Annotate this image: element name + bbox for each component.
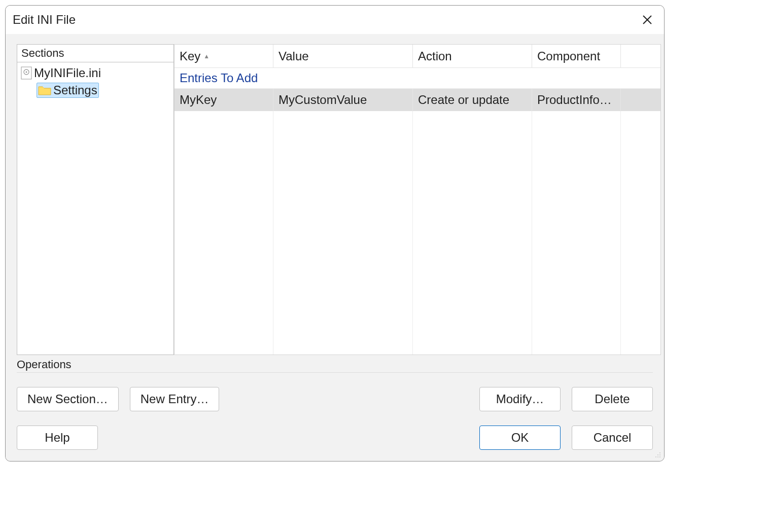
operations-label: Operations xyxy=(17,358,653,372)
col-key-label: Key xyxy=(180,49,200,63)
operations-groupbox: Operations New Section… New Entry… Modif… xyxy=(6,355,664,418)
cell-component[interactable]: ProductInfo… xyxy=(532,89,621,111)
grid-row-selected[interactable]: MyKey MyCustomValue Create or update Pro… xyxy=(175,89,660,111)
title-bar: Edit INI File xyxy=(6,6,664,34)
sections-pane[interactable]: Sections MyINIFile.ini xyxy=(17,44,174,355)
col-value-label: Value xyxy=(278,49,309,63)
column-header-value[interactable]: Value xyxy=(273,45,413,67)
modify-button[interactable]: Modify… xyxy=(479,387,561,411)
close-icon xyxy=(642,14,653,25)
close-button[interactable] xyxy=(637,9,658,30)
col-action-label: Action xyxy=(418,49,452,63)
cancel-button[interactable]: Cancel xyxy=(572,425,653,450)
cell-action[interactable]: Create or update xyxy=(413,89,532,111)
cell-value[interactable]: MyCustomValue xyxy=(273,89,413,111)
column-header-key[interactable]: Key ▲ xyxy=(175,45,273,67)
help-button[interactable]: Help xyxy=(17,425,98,450)
grid-group-row[interactable]: Entries To Add xyxy=(175,68,660,89)
svg-rect-2 xyxy=(21,67,31,79)
column-header-component[interactable]: Component xyxy=(532,45,621,67)
svg-point-7 xyxy=(659,454,660,455)
svg-point-6 xyxy=(657,454,658,455)
delete-button[interactable]: Delete xyxy=(572,387,653,411)
svg-point-8 xyxy=(655,456,656,457)
svg-point-5 xyxy=(659,452,660,453)
new-section-button[interactable]: New Section… xyxy=(17,387,119,411)
dialog-title: Edit INI File xyxy=(13,13,76,27)
col-component-label: Component xyxy=(537,49,600,63)
svg-point-9 xyxy=(657,456,658,457)
entries-grid[interactable]: Key ▲ Value Action Component xyxy=(174,44,661,355)
column-header-action[interactable]: Action xyxy=(413,45,532,67)
sections-header: Sections xyxy=(17,45,173,62)
tree-item-file[interactable]: MyINIFile.ini xyxy=(17,64,173,82)
tree-settings-label: Settings xyxy=(53,83,97,97)
new-entry-button[interactable]: New Entry… xyxy=(130,387,220,411)
svg-point-10 xyxy=(659,456,660,457)
column-header-spacer xyxy=(621,45,660,67)
grid-header-row: Key ▲ Value Action Component xyxy=(175,45,660,68)
sort-asc-icon: ▲ xyxy=(203,53,210,60)
cell-key[interactable]: MyKey xyxy=(175,89,273,111)
ok-button[interactable]: OK xyxy=(479,425,561,450)
cell-spacer xyxy=(621,89,660,111)
grid-empty-area xyxy=(175,111,660,354)
dialog-window: Edit INI File Sections xyxy=(5,5,665,462)
sections-tree[interactable]: MyINIFile.ini Settings xyxy=(17,62,173,99)
ini-file-icon xyxy=(21,66,32,80)
resize-grip-icon[interactable] xyxy=(654,451,662,459)
svg-point-4 xyxy=(26,72,27,73)
tree-item-settings[interactable]: Settings xyxy=(17,82,173,99)
dialog-buttons-row: Help OK Cancel xyxy=(6,418,664,461)
tree-file-label: MyINIFile.ini xyxy=(34,66,101,80)
folder-icon xyxy=(38,85,51,96)
